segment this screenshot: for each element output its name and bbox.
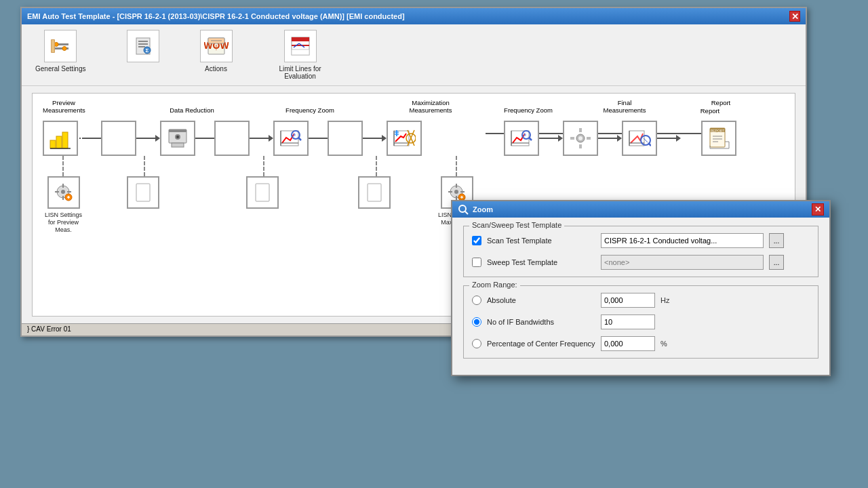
zoom-dialog-icon [458,204,469,215]
dashed-line-max-meas [456,156,457,176]
svg-rect-57 [570,137,574,140]
svg-point-31 [176,136,179,138]
svg-rect-82 [368,184,381,201]
actions-label: Actions [205,65,227,73]
pct-center-unit: % [660,340,667,348]
toolbar: General Settings Σ WOW [22,24,806,86]
svg-line-36 [298,138,301,140]
svg-text:REPORT: REPORT [711,129,725,133]
svg-point-84 [454,190,458,194]
main-title-text: EMI Auto Test Template - [CISPR 16-2-1 (… [27,12,405,20]
scan-template-row: Scan Test Template ... [472,233,810,248]
step-label-preview: PreviewMeasurements [43,99,85,115]
scan-template-label: Scan Test Template [487,237,595,245]
report-label: Report [701,99,741,106]
frequency-zoom-2-icon[interactable] [504,121,539,156]
sweep-template-browse-button[interactable]: ... [769,255,784,270]
zoom-range-group-title: Zoom Range: [469,281,520,289]
maximization-measurements-icon[interactable] [387,121,422,156]
scan-template-input[interactable] [601,233,764,248]
svg-rect-20 [292,49,309,55]
svg-rect-8 [138,43,148,45]
main-close-button[interactable]: ✕ [789,11,800,22]
toolbar-actions[interactable]: WOW ! Actions [200,30,233,73]
blank-box-2 [214,121,250,156]
svg-rect-24 [56,136,62,148]
scan-template-browse-button[interactable]: ... [769,233,784,248]
step-label-final-meas: FinalMeasurements [600,99,649,115]
sweep-template-input[interactable] [601,255,764,270]
sweep-template-row: Sweep Test Template ... [472,255,810,270]
lisn-preview-label: LISN Settingsfor PreviewMeas. [45,211,82,233]
zoom-content: Scan/Sweep Test Template Scan Test Templ… [452,218,829,375]
svg-rect-80 [136,184,150,201]
data-reduction-icon[interactable] [160,121,195,156]
svg-point-72 [61,190,65,194]
scan-template-checkbox[interactable] [472,236,481,245]
blank-box-4 [563,121,598,156]
svg-text:!: ! [215,44,217,52]
main-title-bar: EMI Auto Test Template - [CISPR 16-2-1 (… [22,8,806,24]
svg-rect-81 [256,184,269,201]
svg-point-54 [578,136,583,140]
svg-line-63 [648,143,651,146]
absolute-unit: Hz [660,296,669,304]
toolbar-limit-lines[interactable]: Limit Lines for Evaluation [273,30,328,80]
actions-icon[interactable]: WOW ! [200,30,233,62]
absolute-label: Absolute [487,296,595,304]
limit-lines-label: Limit Lines for Evaluation [273,65,328,80]
svg-point-37 [293,134,296,136]
preview-measurements-icon[interactable] [43,121,78,156]
svg-rect-9 [138,46,145,47]
svg-rect-18 [292,37,309,41]
general-settings-label: General Settings [35,65,86,73]
test-template-icon[interactable]: Σ [127,30,159,62]
pct-center-radio[interactable] [472,339,481,348]
no-if-bw-label: No of IF Bandwidths [487,318,595,326]
blank2-bottom-icon [246,176,279,209]
svg-text:Σ: Σ [145,47,149,54]
pct-center-row: Percentage of Center Frequency % [472,336,810,351]
no-if-bw-input[interactable] [601,314,655,329]
dashed-line-preview [62,156,64,176]
svg-point-92 [459,205,466,212]
frequency-zoom-1-icon[interactable] [273,121,309,156]
blank3-bottom-icon [358,176,391,209]
svg-point-52 [524,134,526,136]
general-settings-icon[interactable] [44,30,77,62]
svg-rect-55 [579,128,582,132]
svg-rect-25 [62,132,68,148]
pct-center-input[interactable] [601,336,655,351]
report-icon[interactable]: REPORT [701,121,736,156]
svg-rect-7 [138,41,148,42]
step-label-freq-zoom1: Frequency Zoom [285,106,334,114]
step-label-max-meas: MaximizationMeasurements [403,99,458,115]
no-if-bw-radio[interactable] [472,317,481,327]
step-label-data-reduction: Data Reduction [167,106,216,114]
absolute-input[interactable] [601,293,655,308]
zoom-dialog: Zoom ✕ Scan/Sweep Test Template Scan Tes… [451,200,831,376]
svg-rect-23 [50,140,56,148]
svg-rect-28 [169,129,186,132]
svg-line-51 [529,138,532,140]
sweep-template-checkbox[interactable] [472,258,481,267]
blank-box-3 [328,121,363,156]
limit-lines-icon[interactable] [284,30,317,62]
dashed-line-blank1 [144,156,145,176]
toolbar-test-template[interactable]: Σ [127,30,159,65]
svg-line-93 [465,211,468,214]
absolute-radio[interactable] [472,296,481,305]
step-label-report: Report [690,107,730,115]
zoom-close-button[interactable]: ✕ [812,203,824,216]
lisn-settings-preview-icon[interactable] [47,176,80,209]
toolbar-general-settings[interactable]: General Settings [35,30,86,73]
pct-center-label: Percentage of Center Frequency [487,340,595,348]
svg-rect-29 [172,143,184,147]
zoom-title-bar: Zoom ✕ [452,201,829,218]
final-measurements-icon[interactable] [622,121,657,156]
svg-rect-5 [52,40,54,52]
zoom-title: Zoom [458,204,493,215]
svg-rect-58 [587,137,591,140]
blank-box-1 [101,121,136,156]
blank1-bottom-icon [127,176,159,209]
